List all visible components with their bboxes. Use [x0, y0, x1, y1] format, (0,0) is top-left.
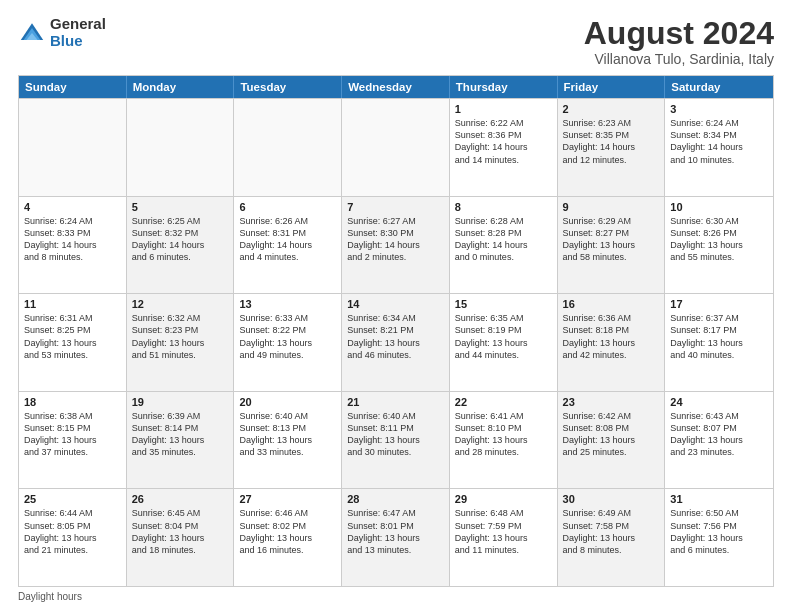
calendar-cell-29: 29Sunrise: 6:48 AM Sunset: 7:59 PM Dayli… [450, 489, 558, 586]
calendar-cell-23: 23Sunrise: 6:42 AM Sunset: 8:08 PM Dayli… [558, 392, 666, 489]
day-of-week-thursday: Thursday [450, 76, 558, 98]
cell-detail: Sunrise: 6:45 AM Sunset: 8:04 PM Dayligh… [132, 507, 229, 556]
day-number: 15 [455, 298, 552, 310]
cell-detail: Sunrise: 6:46 AM Sunset: 8:02 PM Dayligh… [239, 507, 336, 556]
cell-detail: Sunrise: 6:42 AM Sunset: 8:08 PM Dayligh… [563, 410, 660, 459]
cell-detail: Sunrise: 6:48 AM Sunset: 7:59 PM Dayligh… [455, 507, 552, 556]
footer-note: Daylight hours [18, 591, 774, 602]
calendar-cell-8: 8Sunrise: 6:28 AM Sunset: 8:28 PM Daylig… [450, 197, 558, 294]
cell-detail: Sunrise: 6:30 AM Sunset: 8:26 PM Dayligh… [670, 215, 768, 264]
cell-detail: Sunrise: 6:26 AM Sunset: 8:31 PM Dayligh… [239, 215, 336, 264]
logo-text: General Blue [50, 16, 106, 49]
day-number: 26 [132, 493, 229, 505]
day-number: 9 [563, 201, 660, 213]
day-of-week-saturday: Saturday [665, 76, 773, 98]
cell-detail: Sunrise: 6:29 AM Sunset: 8:27 PM Dayligh… [563, 215, 660, 264]
calendar: SundayMondayTuesdayWednesdayThursdayFrid… [18, 75, 774, 587]
day-number: 14 [347, 298, 444, 310]
day-number: 19 [132, 396, 229, 408]
cell-detail: Sunrise: 6:50 AM Sunset: 7:56 PM Dayligh… [670, 507, 768, 556]
day-number: 16 [563, 298, 660, 310]
cell-detail: Sunrise: 6:47 AM Sunset: 8:01 PM Dayligh… [347, 507, 444, 556]
cell-detail: Sunrise: 6:44 AM Sunset: 8:05 PM Dayligh… [24, 507, 121, 556]
calendar-cell-14: 14Sunrise: 6:34 AM Sunset: 8:21 PM Dayli… [342, 294, 450, 391]
logo-general: General [50, 16, 106, 33]
day-number: 12 [132, 298, 229, 310]
calendar-cell-empty-0-2 [234, 99, 342, 196]
day-number: 11 [24, 298, 121, 310]
calendar-cell-15: 15Sunrise: 6:35 AM Sunset: 8:19 PM Dayli… [450, 294, 558, 391]
cell-detail: Sunrise: 6:24 AM Sunset: 8:33 PM Dayligh… [24, 215, 121, 264]
cell-detail: Sunrise: 6:23 AM Sunset: 8:35 PM Dayligh… [563, 117, 660, 166]
day-number: 1 [455, 103, 552, 115]
day-number: 13 [239, 298, 336, 310]
calendar-cell-5: 5Sunrise: 6:25 AM Sunset: 8:32 PM Daylig… [127, 197, 235, 294]
calendar-cell-4: 4Sunrise: 6:24 AM Sunset: 8:33 PM Daylig… [19, 197, 127, 294]
day-of-week-tuesday: Tuesday [234, 76, 342, 98]
calendar-cell-empty-0-3 [342, 99, 450, 196]
day-of-week-friday: Friday [558, 76, 666, 98]
calendar-cell-9: 9Sunrise: 6:29 AM Sunset: 8:27 PM Daylig… [558, 197, 666, 294]
cell-detail: Sunrise: 6:35 AM Sunset: 8:19 PM Dayligh… [455, 312, 552, 361]
cell-detail: Sunrise: 6:43 AM Sunset: 8:07 PM Dayligh… [670, 410, 768, 459]
calendar-cell-10: 10Sunrise: 6:30 AM Sunset: 8:26 PM Dayli… [665, 197, 773, 294]
day-number: 31 [670, 493, 768, 505]
cell-detail: Sunrise: 6:22 AM Sunset: 8:36 PM Dayligh… [455, 117, 552, 166]
day-number: 2 [563, 103, 660, 115]
cell-detail: Sunrise: 6:37 AM Sunset: 8:17 PM Dayligh… [670, 312, 768, 361]
calendar-row-3: 11Sunrise: 6:31 AM Sunset: 8:25 PM Dayli… [19, 293, 773, 391]
cell-detail: Sunrise: 6:24 AM Sunset: 8:34 PM Dayligh… [670, 117, 768, 166]
logo-icon [18, 19, 46, 47]
calendar-cell-7: 7Sunrise: 6:27 AM Sunset: 8:30 PM Daylig… [342, 197, 450, 294]
cell-detail: Sunrise: 6:38 AM Sunset: 8:15 PM Dayligh… [24, 410, 121, 459]
day-number: 29 [455, 493, 552, 505]
calendar-cell-17: 17Sunrise: 6:37 AM Sunset: 8:17 PM Dayli… [665, 294, 773, 391]
cell-detail: Sunrise: 6:32 AM Sunset: 8:23 PM Dayligh… [132, 312, 229, 361]
day-number: 23 [563, 396, 660, 408]
day-number: 30 [563, 493, 660, 505]
calendar-row-5: 25Sunrise: 6:44 AM Sunset: 8:05 PM Dayli… [19, 488, 773, 586]
day-number: 3 [670, 103, 768, 115]
calendar-cell-empty-0-0 [19, 99, 127, 196]
cell-detail: Sunrise: 6:31 AM Sunset: 8:25 PM Dayligh… [24, 312, 121, 361]
day-number: 22 [455, 396, 552, 408]
calendar-cell-20: 20Sunrise: 6:40 AM Sunset: 8:13 PM Dayli… [234, 392, 342, 489]
day-of-week-monday: Monday [127, 76, 235, 98]
calendar-cell-13: 13Sunrise: 6:33 AM Sunset: 8:22 PM Dayli… [234, 294, 342, 391]
cell-detail: Sunrise: 6:40 AM Sunset: 8:13 PM Dayligh… [239, 410, 336, 459]
cell-detail: Sunrise: 6:27 AM Sunset: 8:30 PM Dayligh… [347, 215, 444, 264]
calendar-cell-27: 27Sunrise: 6:46 AM Sunset: 8:02 PM Dayli… [234, 489, 342, 586]
cell-detail: Sunrise: 6:41 AM Sunset: 8:10 PM Dayligh… [455, 410, 552, 459]
day-number: 20 [239, 396, 336, 408]
calendar-cell-30: 30Sunrise: 6:49 AM Sunset: 7:58 PM Dayli… [558, 489, 666, 586]
calendar-header: SundayMondayTuesdayWednesdayThursdayFrid… [19, 76, 773, 98]
day-number: 28 [347, 493, 444, 505]
calendar-cell-1: 1Sunrise: 6:22 AM Sunset: 8:36 PM Daylig… [450, 99, 558, 196]
day-number: 18 [24, 396, 121, 408]
day-of-week-wednesday: Wednesday [342, 76, 450, 98]
page: General Blue August 2024 Villanova Tulo,… [0, 0, 792, 612]
cell-detail: Sunrise: 6:25 AM Sunset: 8:32 PM Dayligh… [132, 215, 229, 264]
calendar-cell-24: 24Sunrise: 6:43 AM Sunset: 8:07 PM Dayli… [665, 392, 773, 489]
day-number: 8 [455, 201, 552, 213]
calendar-row-1: 1Sunrise: 6:22 AM Sunset: 8:36 PM Daylig… [19, 98, 773, 196]
calendar-cell-12: 12Sunrise: 6:32 AM Sunset: 8:23 PM Dayli… [127, 294, 235, 391]
day-number: 21 [347, 396, 444, 408]
logo-blue: Blue [50, 33, 106, 50]
cell-detail: Sunrise: 6:34 AM Sunset: 8:21 PM Dayligh… [347, 312, 444, 361]
cell-detail: Sunrise: 6:33 AM Sunset: 8:22 PM Dayligh… [239, 312, 336, 361]
calendar-body: 1Sunrise: 6:22 AM Sunset: 8:36 PM Daylig… [19, 98, 773, 586]
calendar-row-4: 18Sunrise: 6:38 AM Sunset: 8:15 PM Dayli… [19, 391, 773, 489]
day-number: 27 [239, 493, 336, 505]
day-number: 7 [347, 201, 444, 213]
day-number: 4 [24, 201, 121, 213]
day-number: 24 [670, 396, 768, 408]
cell-detail: Sunrise: 6:49 AM Sunset: 7:58 PM Dayligh… [563, 507, 660, 556]
calendar-cell-22: 22Sunrise: 6:41 AM Sunset: 8:10 PM Dayli… [450, 392, 558, 489]
day-number: 5 [132, 201, 229, 213]
calendar-cell-19: 19Sunrise: 6:39 AM Sunset: 8:14 PM Dayli… [127, 392, 235, 489]
month-year: August 2024 [584, 16, 774, 51]
day-number: 10 [670, 201, 768, 213]
header: General Blue August 2024 Villanova Tulo,… [18, 16, 774, 67]
logo: General Blue [18, 16, 106, 49]
